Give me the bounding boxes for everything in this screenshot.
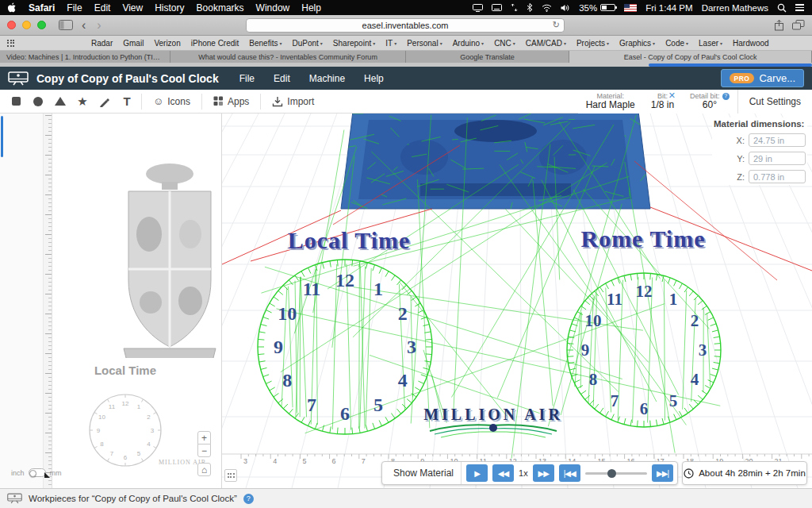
text-tool-button[interactable]: T [116, 90, 138, 114]
bookmark-iphone-credit[interactable]: iPhone Credit [191, 39, 239, 48]
material-selector[interactable]: Material: Hard Maple [578, 90, 643, 114]
grid-toggle-button[interactable] [224, 469, 237, 482]
close-icon[interactable]: ✕ [668, 90, 676, 101]
bookmark-hardwood[interactable]: Hardwood [733, 39, 769, 48]
menu-view[interactable]: View [122, 2, 143, 13]
zoom-home-button[interactable]: ⌂ [197, 463, 211, 476]
share-icon[interactable] [774, 19, 784, 31]
back-button[interactable]: ‹ [79, 19, 88, 32]
star-tool-button[interactable]: ★ [71, 90, 94, 114]
tab-overview-icon[interactable] [792, 20, 805, 30]
pen-tool-button[interactable] [94, 90, 116, 114]
forward-button[interactable]: › [94, 19, 103, 32]
million-air-label-2d[interactable]: MILLION AIR [159, 459, 220, 466]
vertical-scrollbar[interactable] [1, 116, 3, 157]
easel-menu-machine[interactable]: Machine [309, 73, 345, 84]
import-tool-button[interactable]: Import [264, 90, 322, 114]
browser-tab-3[interactable]: Google Translate [406, 51, 569, 63]
circle-tool-button[interactable] [27, 90, 49, 114]
menu-file[interactable]: File [67, 2, 82, 13]
square-tool-button[interactable] [5, 90, 27, 114]
carve-time-estimate[interactable]: About 4h 28min + 2h 7min [682, 461, 807, 485]
icons-tool-button[interactable]: ☺ Icons [145, 90, 198, 114]
bookmark-it[interactable]: IT▾ [385, 39, 396, 48]
workpieces-label[interactable]: Workpieces for “Copy of Copy of Paul's C… [29, 494, 237, 503]
local-time-label-2d[interactable]: Local Time [76, 364, 174, 377]
detail-bit-help-icon[interactable]: ? [722, 93, 730, 100]
battery-indicator[interactable]: 35% [579, 3, 615, 13]
fast-forward-button[interactable]: ▶▶ [533, 464, 554, 482]
wifi-icon[interactable] [542, 4, 552, 12]
window-zoom-button[interactable] [37, 21, 46, 29]
carve-button[interactable]: PRO Carve... [721, 69, 804, 87]
menu-edit[interactable]: Edit [94, 2, 111, 13]
triangle-tool-button[interactable] [49, 90, 71, 114]
menu-window[interactable]: Window [256, 2, 290, 13]
menubar-user[interactable]: Darren Mathews [702, 3, 768, 13]
bluetooth-icon[interactable] [527, 3, 533, 12]
rewind-button[interactable]: ◀◀ [492, 464, 514, 482]
notification-center-icon[interactable] [795, 4, 804, 11]
browser-tab-1[interactable]: Video: Machines | 1. Introduction to Pyt… [0, 51, 170, 63]
menubar-clock[interactable]: Fri 1:44 PM [645, 3, 692, 13]
bookmark-gmail[interactable]: Gmail [123, 39, 144, 48]
bookmark-verizon[interactable]: Verizon [154, 39, 180, 48]
progress-slider[interactable] [585, 472, 647, 475]
project-title[interactable]: Copy of Copy of Paul's Cool Clock [36, 72, 219, 85]
bookmark-cam-cad[interactable]: CAM/CAD▾ [526, 39, 566, 48]
window-minimize-button[interactable] [22, 21, 31, 29]
easel-menu-edit[interactable]: Edit [274, 73, 290, 84]
slider-knob[interactable] [607, 469, 616, 478]
menu-bookmarks[interactable]: Bookmarks [197, 2, 244, 13]
statusbar-help-icon[interactable]: ? [243, 494, 254, 504]
detail-bit-selector[interactable]: Detail bit: ? 60° [682, 90, 737, 114]
clock-face-2d[interactable]: 121234567891011 [82, 387, 169, 474]
dim-z-input[interactable]: 0.778 in [749, 170, 806, 183]
browser-tab-2[interactable]: What would cause this? - Inventables Com… [170, 51, 406, 63]
preview-panel-3d[interactable]: Local Time Local Time Rome Time Rome Tim… [222, 114, 812, 488]
sidebar-toggle-icon[interactable] [59, 20, 73, 30]
dim-y-input[interactable]: 29 in [749, 152, 806, 165]
zoom-in-button[interactable]: + [197, 431, 211, 444]
bookmark-radar[interactable]: Radar [91, 39, 113, 48]
play-button[interactable]: ▶ [466, 464, 488, 482]
menu-safari[interactable]: Safari [29, 2, 55, 13]
bookmark-projects[interactable]: Projects▾ [576, 39, 609, 48]
reload-icon[interactable]: ↻ [553, 20, 560, 30]
keyboard-icon[interactable] [492, 4, 502, 11]
updown-arrows-icon[interactable] [511, 3, 518, 12]
unit-switch[interactable] [29, 468, 46, 477]
apple-icon[interactable] [8, 2, 17, 13]
bookmark-laser[interactable]: Laser▾ [699, 39, 722, 48]
zoom-out-button[interactable]: − [197, 444, 211, 457]
menu-help[interactable]: Help [301, 2, 321, 13]
address-bar[interactable]: easel.inventables.com ↻ [246, 18, 565, 33]
us-flag-icon[interactable] [624, 4, 637, 12]
easel-menu-file[interactable]: File [239, 73, 255, 84]
menu-history[interactable]: History [155, 2, 184, 13]
bookmark-benefits[interactable]: Benefits▾ [249, 39, 282, 48]
bookmarks-grid-icon[interactable] [7, 40, 14, 47]
bookmark-code[interactable]: Code▾ [665, 39, 688, 48]
skip-to-end-button[interactable]: ▶▶| [652, 464, 673, 482]
bookmark-cnc[interactable]: CNC▾ [494, 39, 515, 48]
spotlight-search-icon[interactable] [777, 3, 787, 13]
apps-tool-button[interactable]: Apps [205, 90, 257, 114]
display-icon[interactable] [473, 4, 483, 12]
bookmark-sharepoint[interactable]: Sharepoint▾ [333, 39, 375, 48]
window-close-button[interactable] [7, 21, 16, 29]
easel-logo-icon[interactable] [8, 71, 29, 86]
bookmark-arduino[interactable]: Arduino▾ [453, 39, 484, 48]
volume-icon[interactable] [561, 4, 570, 12]
show-material-button[interactable]: Show Material [386, 462, 462, 484]
design-panel-2d[interactable]: Local Time 121234567891011 MILLION AIR i… [0, 114, 222, 488]
crest-artwork-thumbnail[interactable] [117, 161, 222, 358]
bookmark-personal[interactable]: Personal▾ [407, 39, 442, 48]
bookmark-dupont[interactable]: DuPont▾ [292, 39, 322, 48]
skip-to-start-button[interactable]: |◀◀ [559, 464, 580, 482]
easel-menu-help[interactable]: Help [364, 73, 384, 84]
bookmark-graphics[interactable]: Graphics▾ [619, 39, 655, 48]
dim-x-input[interactable]: 24.75 in [749, 133, 806, 147]
browser-tab-4[interactable]: Easel - Copy of Copy of Paul's Cool Cloc… [569, 51, 812, 63]
horizontal-scrollbar[interactable] [649, 64, 812, 67]
